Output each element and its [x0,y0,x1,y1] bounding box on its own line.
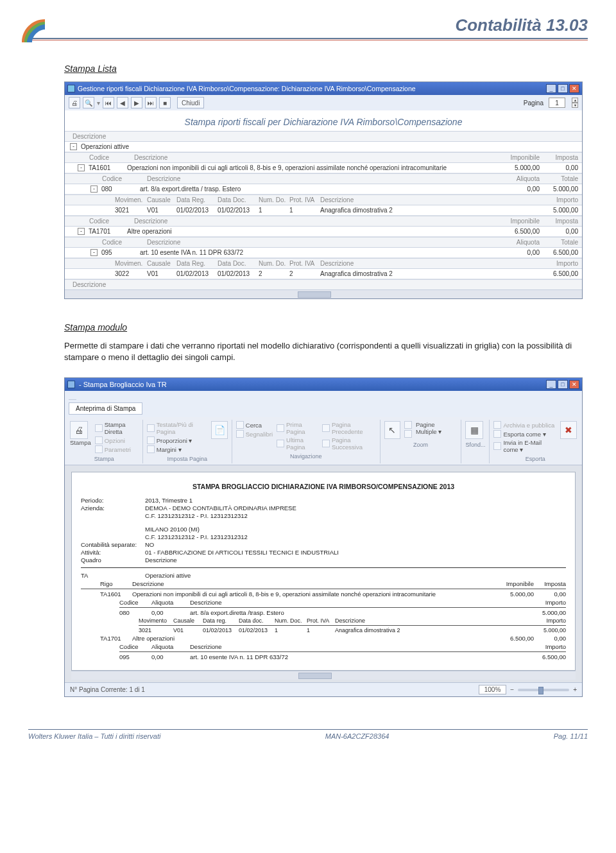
ultima-pagina-label: Ultima Pagina [286,436,318,451]
zoom-out-icon[interactable] [404,430,412,438]
minimize-button[interactable]: _ [546,84,556,93]
esporta-come-button[interactable]: Esporta come ▾ [493,430,556,438]
page-spinner[interactable]: ▴▾ [572,98,578,108]
page-setup-icon[interactable]: 📄 [211,421,228,439]
print-icon[interactable]: 🖨 [69,97,80,108]
invia-email-button[interactable]: Invia in E-Mail come ▾ [493,439,556,453]
margini-button[interactable]: Margini ▾ [147,445,207,453]
archivia-button[interactable]: Archivia e pubblica [493,421,556,429]
next-page-icon[interactable] [322,440,330,447]
next-page-icon[interactable]: ▶ [131,97,142,108]
stampa-diretta-button[interactable]: Stampa Diretta [95,421,139,435]
ribbon: 🖨 Stampa Stampa Diretta Opzioni Parametr… [65,417,582,465]
last-page-icon[interactable]: ⏭ [145,97,157,108]
last-page-icon[interactable] [277,440,284,447]
search-icon[interactable]: 🔍 [83,97,94,108]
group-esporta-label: Esporta [493,456,577,462]
window-title: Gestione riporti fiscali Dichiarazione I… [78,85,416,92]
pointer-icon[interactable]: ↖ [384,421,400,439]
zoom-out-icon[interactable]: − [510,686,514,693]
expand-toggle[interactable]: - [78,164,85,171]
report-title: Stampa riporti fiscali per Dichiarazione… [65,110,582,131]
segnalibri-button[interactable]: Segnalibri [236,430,273,438]
pagina-label: Pagina [524,99,543,107]
footer-right: Pag. 11/11 [554,732,588,740]
close-button[interactable]: ✕ [569,84,579,93]
expand-toggle[interactable]: - [90,185,98,193]
group-sfondo-label: Sfond... [465,442,485,448]
first-page-icon[interactable]: ⏮ [103,97,114,108]
app-icon [67,381,75,388]
proporzioni-button[interactable]: Proporzioni ▾ [147,436,207,444]
ribbon-tab-anteprima[interactable]: Anteprima di Stampa [69,402,142,415]
report-title: STAMPA BROGLIACCIO DICHIARAZIONE IVA RIM… [81,483,566,490]
zoom-in-icon[interactable] [404,421,412,429]
screenshot-print-preview: - Stampa Brogliaccio Iva TR _ □ ✕ Antepr… [64,377,583,697]
zoom-percent[interactable]: 100% [479,685,507,694]
close-preview-icon[interactable]: ✖ [560,421,577,439]
print-icon[interactable]: 🖨 [70,421,88,439]
heading-stampa-modulo: Stampa modulo [64,322,588,332]
app-icon [67,85,75,92]
page-title: Contabilità 13.03 [28,15,588,35]
footer-left: Wolters Kluwer Italia – Tutti i diritti … [28,732,160,740]
page-indicator: N° Pagina Corrente: 1 di 1 [70,686,145,693]
pagine-multiple-button[interactable]: Pagine Multiple ▾ [416,421,457,435]
status-bar: N° Pagina Corrente: 1 di 1 100% − + [65,682,582,696]
horizontal-scrollbar[interactable] [71,671,576,680]
pagina-value[interactable]: 1 [549,98,565,108]
stampa-big-label: Stampa [70,439,91,446]
testata-button[interactable]: Testata/Più di Pagina [147,421,207,435]
col-descrizione: Descrizione [73,133,106,140]
zoom-in-icon[interactable]: + [573,686,577,693]
window-titlebar: - Stampa Brogliaccio Iva TR _ □ ✕ [65,378,582,391]
close-button[interactable]: ✕ [569,380,579,389]
minimize-button[interactable]: _ [546,380,556,389]
toolbar: 🖨 🔍 ▾ ⏮ ◀ ▶ ⏭ ■ Chiudi Pagina 1 ▴▾ [65,95,582,110]
first-page-icon[interactable] [277,424,284,432]
maximize-button[interactable]: □ [558,84,568,93]
opzioni-button[interactable]: Opzioni [95,436,139,444]
cerca-button[interactable]: Cerca [236,421,273,429]
expand-toggle[interactable]: - [70,143,77,150]
window-title: - Stampa Brogliaccio Iva TR [79,381,167,388]
parametri-button[interactable]: Parametri [95,445,139,453]
zoom-slider[interactable] [518,689,569,691]
row-op-attive: Operazioni attive [81,143,129,150]
prev-page-icon[interactable]: ◀ [117,97,128,108]
stop-icon[interactable]: ■ [159,97,171,108]
logo [22,19,45,44]
window-titlebar: Gestione riporti fiscali Dichiarazione I… [65,82,582,95]
maximize-button[interactable]: □ [558,380,568,389]
heading-stampa-lista: Stampa Lista [64,64,588,74]
background-icon[interactable]: ▦ [465,421,483,439]
group-zoom-label: Zoom [384,442,458,448]
group-navigazione-label: Navigazione [236,453,376,460]
horizontal-scrollbar[interactable] [65,289,582,298]
expand-toggle[interactable]: - [90,249,98,256]
chiudi-button[interactable]: Chiudi [177,97,204,108]
footer-center: MAN-6A2CZF28364 [325,732,389,740]
group-imposta-label: Imposta Pagina [147,456,228,462]
report-page: STAMPA BROGLIACCIO DICHIARAZIONE IVA RIM… [71,472,576,671]
expand-toggle[interactable]: - [78,228,85,235]
screenshot-report-preview: Gestione riporti fiscali Dichiarazione I… [64,82,583,299]
group-stampa-label: Stampa [70,456,139,462]
prima-pagina-label: Prima Pagina [286,421,318,435]
prev-page-icon[interactable] [322,424,330,432]
body-paragraph: Permette di stampare i dati che verranno… [64,340,580,363]
